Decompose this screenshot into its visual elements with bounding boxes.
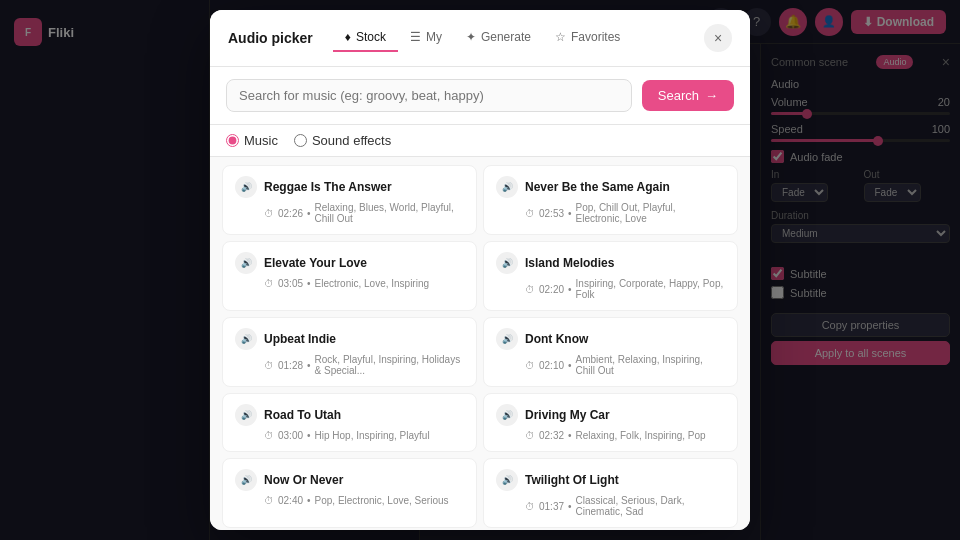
modal-tabs: ♦ Stock ☰ My ✦ Generate ☆ Favorites xyxy=(333,24,704,52)
generate-icon: ✦ xyxy=(466,30,476,44)
clock-icon: ⏱ xyxy=(264,495,274,506)
music-card-top: 🔊 Reggae Is The Answer xyxy=(235,176,464,198)
track-meta: ⏱ 01:28 • Rock, Playful, Inspiring, Holi… xyxy=(235,354,464,376)
music-label: Music xyxy=(244,133,278,148)
clock-icon: ⏱ xyxy=(525,430,535,441)
track-meta: ⏱ 02:10 • Ambient, Relaxing, Inspiring, … xyxy=(496,354,725,376)
track-title: Upbeat Indie xyxy=(264,332,336,346)
track-duration: 02:32 xyxy=(539,430,564,441)
list-item[interactable]: 🔊 Upbeat Indie ⏱ 01:28 • Rock, Playful, … xyxy=(222,317,477,387)
music-card-top: 🔊 Driving My Car xyxy=(496,404,725,426)
track-meta: ⏱ 01:37 • Classical, Serious, Dark, Cine… xyxy=(496,495,725,517)
track-tags: Relaxing, Folk, Inspiring, Pop xyxy=(576,430,706,441)
track-duration: 01:28 xyxy=(278,360,303,371)
track-tags: Relaxing, Blues, World, Playful, Chill O… xyxy=(315,202,464,224)
track-duration: 02:40 xyxy=(278,495,303,506)
track-tags: Inspiring, Corporate, Happy, Pop, Folk xyxy=(576,278,725,300)
modal-search-bar: Search → xyxy=(210,67,750,125)
track-separator: • xyxy=(307,495,311,506)
track-meta: ⏱ 02:26 • Relaxing, Blues, World, Playfu… xyxy=(235,202,464,224)
track-tags: Classical, Serious, Dark, Cinematic, Sad xyxy=(576,495,725,517)
track-title: Never Be the Same Again xyxy=(525,180,670,194)
modal-close-button[interactable]: × xyxy=(704,24,732,52)
play-icon[interactable]: 🔊 xyxy=(235,469,257,491)
list-item[interactable]: 🔊 Island Melodies ⏱ 02:20 • Inspiring, C… xyxy=(483,241,738,311)
list-item[interactable]: 🔊 Reggae Is The Answer ⏱ 02:26 • Relaxin… xyxy=(222,165,477,235)
tab-generate[interactable]: ✦ Generate xyxy=(454,24,543,52)
track-tags: Hip Hop, Inspiring, Playful xyxy=(315,430,430,441)
close-icon: × xyxy=(714,30,722,46)
track-meta: ⏱ 02:32 • Relaxing, Folk, Inspiring, Pop xyxy=(496,430,725,441)
music-card-top: 🔊 Elevate Your Love xyxy=(235,252,464,274)
music-radio-label[interactable]: Music xyxy=(226,133,278,148)
play-icon[interactable]: 🔊 xyxy=(235,404,257,426)
track-meta: ⏱ 03:05 • Electronic, Love, Inspiring xyxy=(235,278,464,289)
audio-picker-modal: Audio picker ♦ Stock ☰ My ✦ Generate ☆ F… xyxy=(210,10,750,530)
track-title: Elevate Your Love xyxy=(264,256,367,270)
track-separator: • xyxy=(568,284,572,295)
clock-icon: ⏱ xyxy=(264,208,274,219)
track-separator: • xyxy=(568,501,572,512)
play-icon[interactable]: 🔊 xyxy=(235,328,257,350)
music-card-top: 🔊 Twilight Of Light xyxy=(496,469,725,491)
stock-icon: ♦ xyxy=(345,30,351,44)
modal-overlay[interactable]: Audio picker ♦ Stock ☰ My ✦ Generate ☆ F… xyxy=(0,0,960,540)
clock-icon: ⏱ xyxy=(264,278,274,289)
list-item[interactable]: 🔊 Never Be the Same Again ⏱ 02:53 • Pop,… xyxy=(483,165,738,235)
music-radio[interactable] xyxy=(226,134,239,147)
music-card-top: 🔊 Road To Utah xyxy=(235,404,464,426)
track-duration: 03:00 xyxy=(278,430,303,441)
sound-effects-label: Sound effects xyxy=(312,133,391,148)
track-separator: • xyxy=(568,430,572,441)
favorites-icon: ☆ xyxy=(555,30,566,44)
track-tags: Pop, Chill Out, Playful, Electronic, Lov… xyxy=(576,202,725,224)
play-icon[interactable]: 🔊 xyxy=(235,252,257,274)
search-input[interactable] xyxy=(226,79,632,112)
sound-effects-radio-label[interactable]: Sound effects xyxy=(294,133,391,148)
clock-icon: ⏱ xyxy=(525,360,535,371)
track-duration: 03:05 xyxy=(278,278,303,289)
play-icon[interactable]: 🔊 xyxy=(496,404,518,426)
play-icon[interactable]: 🔊 xyxy=(496,469,518,491)
play-icon[interactable]: 🔊 xyxy=(496,252,518,274)
track-tags: Pop, Electronic, Love, Serious xyxy=(315,495,449,506)
list-item[interactable]: 🔊 Road To Utah ⏱ 03:00 • Hip Hop, Inspir… xyxy=(222,393,477,452)
tab-favorites[interactable]: ☆ Favorites xyxy=(543,24,632,52)
radio-group: Music Sound effects xyxy=(210,125,750,157)
track-title: Reggae Is The Answer xyxy=(264,180,392,194)
track-title: Road To Utah xyxy=(264,408,341,422)
play-icon[interactable]: 🔊 xyxy=(496,328,518,350)
search-button[interactable]: Search → xyxy=(642,80,734,111)
track-duration: 02:10 xyxy=(539,360,564,371)
track-separator: • xyxy=(307,208,311,219)
track-duration: 02:26 xyxy=(278,208,303,219)
clock-icon: ⏱ xyxy=(525,284,535,295)
track-tags: Rock, Playful, Inspiring, Holidays & Spe… xyxy=(315,354,464,376)
play-icon[interactable]: 🔊 xyxy=(496,176,518,198)
list-item[interactable]: 🔊 Elevate Your Love ⏱ 03:05 • Electronic… xyxy=(222,241,477,311)
track-title: Twilight Of Light xyxy=(525,473,619,487)
music-card-top: 🔊 Now Or Never xyxy=(235,469,464,491)
clock-icon: ⏱ xyxy=(264,430,274,441)
track-separator: • xyxy=(568,208,572,219)
track-title: Dont Know xyxy=(525,332,588,346)
modal-title: Audio picker xyxy=(228,30,313,46)
my-icon: ☰ xyxy=(410,30,421,44)
track-meta: ⏱ 02:53 • Pop, Chill Out, Playful, Elect… xyxy=(496,202,725,224)
list-item[interactable]: 🔊 Twilight Of Light ⏱ 01:37 • Classical,… xyxy=(483,458,738,528)
track-duration: 01:37 xyxy=(539,501,564,512)
track-tags: Ambient, Relaxing, Inspiring, Chill Out xyxy=(576,354,725,376)
list-item[interactable]: 🔊 Dont Know ⏱ 02:10 • Ambient, Relaxing,… xyxy=(483,317,738,387)
track-title: Island Melodies xyxy=(525,256,614,270)
list-item[interactable]: 🔊 Now Or Never ⏱ 02:40 • Pop, Electronic… xyxy=(222,458,477,528)
music-card-top: 🔊 Never Be the Same Again xyxy=(496,176,725,198)
list-item[interactable]: 🔊 Driving My Car ⏱ 02:32 • Relaxing, Fol… xyxy=(483,393,738,452)
tab-my[interactable]: ☰ My xyxy=(398,24,454,52)
sound-effects-radio[interactable] xyxy=(294,134,307,147)
track-meta: ⏱ 03:00 • Hip Hop, Inspiring, Playful xyxy=(235,430,464,441)
play-icon[interactable]: 🔊 xyxy=(235,176,257,198)
tab-stock[interactable]: ♦ Stock xyxy=(333,24,398,52)
track-separator: • xyxy=(307,430,311,441)
music-card-top: 🔊 Island Melodies xyxy=(496,252,725,274)
music-card-top: 🔊 Upbeat Indie xyxy=(235,328,464,350)
